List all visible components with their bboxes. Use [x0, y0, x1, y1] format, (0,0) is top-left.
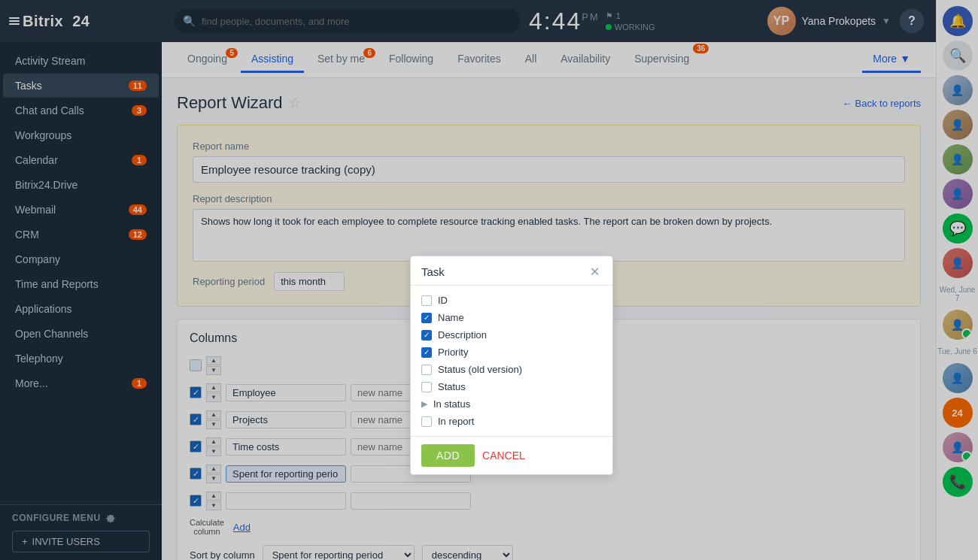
chat-icon[interactable]: 💬 [943, 213, 973, 244]
configure-menu-button[interactable]: CONFIGURE MENU [12, 513, 150, 523]
col-input-2[interactable] [226, 384, 346, 401]
col-up-4[interactable]: ▲ [206, 437, 221, 446]
tab-availability[interactable]: Availability [550, 47, 621, 73]
sidebar-item-crm[interactable]: CRM 12 [3, 222, 159, 247]
modal-item-description[interactable]: ✓ Description [421, 326, 602, 344]
sidebar-item-bitrix-drive[interactable]: Bitrix24.Drive [3, 173, 159, 197]
modal-item-priority[interactable]: ✓ Priority [421, 344, 602, 361]
col-down-6[interactable]: ▼ [206, 501, 221, 510]
b24-icon[interactable]: 24 [943, 398, 973, 428]
col-checkbox-3[interactable]: ✓ [190, 413, 202, 425]
modal-add-button[interactable]: ADD [421, 444, 475, 467]
avatar-6[interactable]: 👤 [943, 310, 973, 340]
gear-icon [105, 513, 116, 523]
checkbox-status[interactable] [421, 382, 432, 392]
sidebar-item-applications[interactable]: Applications [3, 297, 159, 321]
checkbox-priority[interactable]: ✓ [421, 347, 432, 358]
checkbox-in-report[interactable] [421, 416, 432, 427]
col-checkbox-4[interactable]: ✓ [190, 440, 202, 453]
checkbox-status-old[interactable] [421, 365, 432, 375]
sidebar-item-more[interactable]: More... 1 [3, 371, 159, 395]
tab-supervising[interactable]: Supervising 36 [624, 47, 700, 73]
invite-users-button[interactable]: + INVITE USERS [12, 531, 150, 552]
modal-item-id[interactable]: ID [421, 292, 602, 309]
favorite-star-icon[interactable]: ☆ [289, 95, 301, 111]
col-new-name-6[interactable] [351, 492, 471, 510]
hamburger-menu-icon[interactable] [9, 17, 20, 25]
sidebar-item-tasks[interactable]: Tasks 11 [3, 74, 159, 98]
avatar-7[interactable]: 👤 [943, 363, 973, 393]
col-checkbox-2[interactable]: ✓ [190, 386, 202, 398]
phone-icon[interactable]: 📞 [943, 467, 973, 497]
modal-item-status[interactable]: Status [421, 378, 602, 395]
col-down-2[interactable]: ▼ [206, 393, 221, 402]
col-up-3[interactable]: ▲ [206, 410, 221, 419]
modal-item-name[interactable]: ✓ Name [421, 309, 602, 326]
avatar-2[interactable]: 👤 [943, 110, 973, 140]
col-up-5[interactable]: ▲ [206, 465, 221, 474]
checkbox-name[interactable]: ✓ [421, 313, 432, 323]
notification-icon[interactable]: 🔔 [943, 6, 973, 36]
search-panel-icon[interactable]: 🔍 [943, 41, 973, 71]
modal-cancel-button[interactable]: CANCEL [482, 450, 525, 462]
tab-set-by-me[interactable]: Set by me 6 [307, 47, 375, 73]
avatar-5[interactable]: 👤 [943, 248, 973, 278]
col-input-5[interactable] [226, 465, 346, 483]
checkbox-description[interactable]: ✓ [421, 330, 432, 341]
col-checkbox-6[interactable]: ✓ [190, 495, 202, 507]
tab-more[interactable]: More ▼ [862, 47, 921, 73]
sort-direction-select[interactable]: descending [422, 545, 513, 560]
sidebar-item-calendar[interactable]: Calendar 1 [3, 148, 159, 172]
report-name-input[interactable] [193, 156, 905, 183]
tab-assisting[interactable]: Assisting [241, 47, 304, 73]
col-up-6[interactable]: ▲ [206, 492, 221, 501]
tab-favorites[interactable]: Favorites [447, 47, 512, 73]
tab-all[interactable]: All [515, 47, 548, 73]
avatar-8[interactable]: 👤 [943, 432, 973, 462]
back-to-reports-link[interactable]: ← Back to reports [843, 98, 921, 109]
expand-in-status[interactable]: ▶ [421, 399, 427, 409]
modal-close-button[interactable]: ✕ [587, 264, 602, 279]
date-label-2: Tue, June 6 [937, 344, 976, 359]
col-checkbox-1[interactable] [190, 359, 202, 371]
col-down-3[interactable]: ▼ [206, 420, 221, 429]
modal-item-in-status[interactable]: ▶ In status [421, 395, 602, 413]
search-input[interactable] [202, 16, 511, 27]
modal-item-in-report[interactable]: In report [421, 413, 602, 430]
help-button[interactable]: ? [900, 9, 924, 33]
sidebar-nav: Activity Stream Tasks 11 Chat and Calls … [0, 42, 162, 504]
reporting-period-select[interactable]: this month [274, 272, 345, 291]
modal-item-status-old[interactable]: Status (old version) [421, 361, 602, 378]
col-up-2[interactable]: ▲ [206, 383, 221, 392]
page-header: Report Wizard ☆ ← Back to reports [177, 93, 921, 113]
sidebar-item-chat-calls[interactable]: Chat and Calls 3 [3, 98, 159, 123]
sidebar-item-activity-stream[interactable]: Activity Stream [3, 49, 159, 73]
col-down-5[interactable]: ▼ [206, 474, 221, 483]
col-down-4[interactable]: ▼ [206, 447, 221, 456]
col-checkbox-5[interactable]: ✓ [190, 468, 202, 480]
sidebar-logo[interactable]: Bitrix 24 [9, 13, 90, 30]
col-input-4[interactable] [226, 438, 346, 456]
search-bar[interactable]: 🔍 [174, 8, 520, 34]
avatar-3[interactable]: 👤 [943, 144, 973, 174]
tab-ongoing[interactable]: Ongoing 5 [177, 47, 238, 73]
col-up-1[interactable]: ▲ [206, 356, 221, 365]
sidebar-item-webmail[interactable]: Webmail 44 [3, 198, 159, 222]
col-input-6[interactable] [226, 492, 346, 510]
user-info[interactable]: YP Yana Prokopets ▼ [767, 7, 891, 35]
checkbox-id[interactable] [421, 295, 432, 306]
sidebar-item-time-reports[interactable]: Time and Reports [3, 272, 159, 296]
avatar-4[interactable]: 👤 [943, 179, 973, 209]
report-description-textarea[interactable]: Shows how long it took for each employee… [193, 209, 905, 262]
calculate-column-button[interactable]: Calculate column [190, 518, 224, 536]
avatar-1[interactable]: 👤 [943, 75, 973, 105]
add-column-link[interactable]: Add [233, 522, 251, 533]
sidebar-item-open-channels[interactable]: Open Channels [3, 322, 159, 346]
sidebar-item-company[interactable]: Company [3, 247, 159, 271]
sidebar-item-telephony[interactable]: Telephony [3, 347, 159, 371]
tab-following[interactable]: Following [378, 47, 444, 73]
sort-column-select[interactable]: Spent for reporting period [263, 545, 415, 560]
sidebar-item-workgroups[interactable]: Workgroups [3, 123, 159, 147]
col-down-1[interactable]: ▼ [206, 366, 221, 375]
col-input-3[interactable] [226, 411, 346, 428]
